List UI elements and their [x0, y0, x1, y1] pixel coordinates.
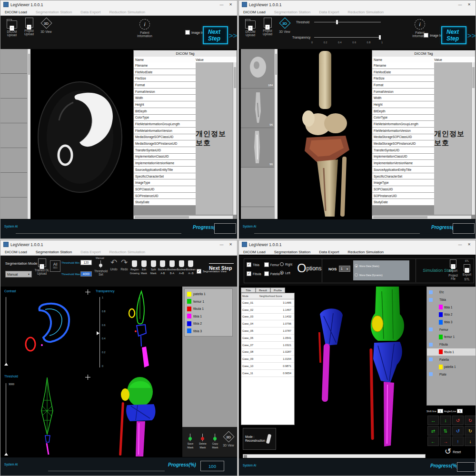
close-button[interactable]: ✕ — [227, 1, 234, 8]
transparency-slider[interactable] — [314, 37, 381, 38]
dicom-tag-row[interactable]: TransferSyntaxUID — [372, 147, 434, 154]
mask-tool-button[interactable]: Edit Mask — [139, 260, 149, 275]
legend-item[interactable]: tibia 2 — [185, 320, 232, 327]
score-row[interactable]: Case_09 1.0154 — [241, 356, 294, 363]
tag-vertical-scrollbar[interactable] — [471, 62, 475, 215]
transform-control-button[interactable]: → — [440, 436, 451, 446]
score-row[interactable]: Case_10 0.9871 — [241, 363, 294, 370]
legend-item[interactable]: tibia 1 — [185, 313, 232, 320]
tree-item[interactable]: tibia 2 — [427, 311, 476, 318]
threshold-min-input[interactable]: 120 — [80, 260, 92, 265]
tree-item[interactable]: Plate — [427, 371, 476, 378]
menu-data-export[interactable]: Data Export — [315, 250, 343, 254]
tree-item[interactable]: Fibula — [427, 341, 476, 348]
transform-control-button[interactable]: ↺ — [452, 416, 464, 425]
menu-dicom-load[interactable]: DICOM Load — [239, 10, 270, 14]
tree-item[interactable]: Tibia — [427, 296, 476, 304]
tag-vertical-scrollbar[interactable] — [233, 62, 237, 215]
result-tab[interactable]: Profile — [270, 288, 285, 293]
dicom-tag-row[interactable]: FileMetaInformationVersion — [134, 128, 196, 134]
menu-data-export[interactable]: Data Export — [76, 250, 105, 254]
dicom-tag-row[interactable]: FileSize — [134, 75, 196, 82]
dicom-tag-row[interactable]: FileSize — [372, 75, 434, 82]
dicom-tag-row[interactable]: SOPClassUID — [134, 186, 196, 193]
minimize-button[interactable]: — — [218, 1, 225, 8]
tree-item[interactable]: tibia 3 — [427, 318, 476, 326]
thumbnail-sagittal[interactable]: 96 — [241, 128, 274, 168]
dicom-upload-button[interactable]: ↑ DICOM Upload — [4, 19, 20, 37]
undo-button[interactable]: ↶ Undo — [109, 259, 119, 271]
minimize-button[interactable]: — — [456, 1, 464, 8]
dicom-tag-row[interactable]: FileModDate — [134, 69, 196, 76]
coronal-overview-viewport[interactable]: Transparency 10.80.60.40.20 — [94, 288, 181, 371]
next-step-button[interactable]: Next Step >> — [441, 26, 476, 44]
dicom-tag-row[interactable]: ColorType — [134, 115, 196, 121]
dicom-tag-row[interactable]: BitDepth — [372, 108, 434, 115]
transform-control-button[interactable]: ⇅ — [440, 426, 451, 436]
3d-view-button[interactable]: 3D 3D View — [277, 18, 292, 33]
dicom-tag-row[interactable]: FileModDate — [372, 69, 434, 76]
volume-render-viewport[interactable] — [278, 49, 371, 219]
minimize-button[interactable]: — — [218, 241, 225, 248]
dicom-tag-row[interactable]: StudyDate — [372, 199, 434, 206]
dicom-tag-row[interactable]: ImplementationVersionName — [134, 160, 196, 167]
minimize-button[interactable]: — — [456, 241, 464, 248]
dicom-tag-row[interactable]: SOPInstanceUID — [134, 193, 196, 199]
series-scrollbar[interactable] — [27, 49, 30, 219]
tree-item[interactable]: Etc — [427, 288, 476, 296]
mask-tool-button[interactable]: Boolean A+B — [177, 260, 186, 275]
shift-input[interactable]: 1 — [437, 409, 443, 413]
side-radio-right[interactable]: Right — [280, 262, 292, 266]
column-value[interactable]: Value — [196, 58, 204, 61]
dicom-tag-row[interactable]: ImplementationVersionName — [372, 160, 434, 167]
column-name[interactable]: Name — [372, 58, 434, 61]
series-slot[interactable] — [0, 173, 27, 198]
dicom-tag-row[interactable]: ImageType — [372, 179, 434, 186]
score-row[interactable]: Case_08 1.0287 — [241, 349, 294, 356]
dicom-tag-row[interactable]: SOPClassUID — [372, 186, 434, 193]
data-mode-radio[interactable]: ● Mono Data (Static) — [355, 264, 408, 268]
transform-control-button[interactable]: ↻ — [465, 416, 476, 425]
ai-segmentation-button[interactable]: AI SEG — [50, 260, 60, 272]
mask-tool-button[interactable]: Boolean A∩B — [186, 260, 196, 275]
mask-tool-button[interactable]: Region Growing — [130, 260, 139, 275]
menu-reduction-simulation[interactable]: Reduction Simulation — [105, 250, 149, 254]
titlebar[interactable]: LegViewer 1.0.0.1 — ✕ — [0, 240, 237, 248]
column-value[interactable]: Value — [434, 58, 442, 61]
menu-data-export[interactable]: Data Export — [315, 10, 343, 14]
threshold-max-input[interactable]: 4000 — [80, 271, 92, 277]
dicom-tag-row[interactable]: Height — [134, 101, 196, 108]
dicom-tag-row[interactable]: FormatVersion — [372, 89, 434, 95]
titlebar[interactable]: LegViewer 1.0.0.1 — ✕ — [0, 0, 237, 9]
project-upload-button[interactable]: ↑ Project Upload — [21, 18, 37, 36]
export-project-button[interactable]: ↑ Export Project File — [446, 259, 460, 280]
dicom-tag-row[interactable]: SpecificCharacterSet — [134, 173, 196, 180]
bone-checkbox[interactable]: ✓ Fibula — [247, 271, 261, 276]
score-row[interactable]: Case_01 3.1485 — [241, 299, 294, 307]
dicom-tag-row[interactable]: Format — [134, 82, 196, 89]
legend-item[interactable]: fibula 1 — [185, 305, 232, 313]
tag-horizontal-scrollbar[interactable] — [372, 215, 471, 219]
nos-dropdown[interactable]: 1 ▼ — [339, 266, 350, 272]
legend-item[interactable]: tibia 3 — [185, 327, 232, 335]
3d-view-button[interactable]: 3D 3D View — [221, 432, 236, 447]
transform-control-button[interactable]: ↑ — [452, 436, 464, 446]
score-row[interactable]: Case_05 1.0787 — [241, 327, 294, 335]
menu-dicom-load[interactable]: DICOM Load — [0, 10, 31, 14]
angle-input[interactable]: 5 — [457, 409, 463, 413]
threshold-set-button[interactable]: Threshold Set — [94, 260, 108, 276]
menu-segmentation-station[interactable]: Segmentation Station — [270, 250, 315, 254]
dicom-tag-row[interactable]: StudyDate — [134, 199, 196, 206]
series-slot[interactable] — [0, 99, 27, 123]
dicom-tag-row[interactable]: ImageType — [134, 179, 196, 186]
menu-reduction-simulation[interactable]: Reduction Simulation — [343, 10, 388, 14]
menu-segmentation-station[interactable]: Segmentation Station — [31, 250, 77, 254]
score-row[interactable]: Case_11 0.9654 — [241, 370, 294, 377]
dicom-tag-row[interactable]: Height — [372, 101, 434, 108]
tree-item[interactable]: Patella — [427, 356, 476, 363]
transform-control-button[interactable]: ← — [427, 436, 439, 446]
menu-dicom-load[interactable]: DICOM Load — [0, 250, 31, 254]
result-tab[interactable]: Result — [256, 288, 270, 293]
simulation-3d-viewport[interactable] — [296, 287, 426, 452]
export-stl-button[interactable]: STL ↑ Export STL — [461, 259, 473, 281]
